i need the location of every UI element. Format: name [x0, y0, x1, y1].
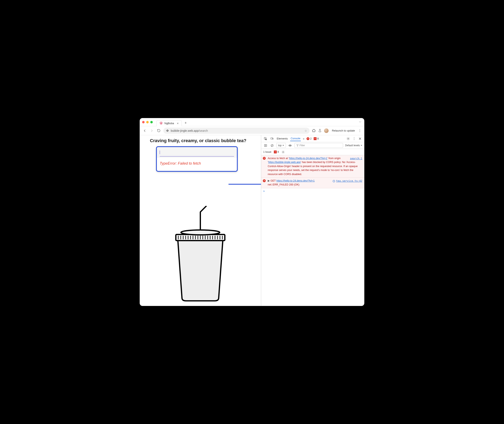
fetch-error-message: TypeError: Failed to fetch — [157, 158, 237, 171]
reload-button[interactable] — [156, 128, 161, 133]
console-sidebar-toggle-icon[interactable] — [263, 143, 268, 148]
message-source-link[interactable]: search:1 — [350, 156, 362, 160]
window-chevron-icon[interactable]: ﹀ — [359, 120, 361, 124]
tab-title: NgBoba — [164, 122, 174, 125]
toolbar: bubble-jingle.web.app/search ☆ Relaunch … — [140, 126, 364, 135]
message-body: Access to fetch at 'https://hello-io-24.… — [268, 156, 362, 176]
page-heading: Craving fruity, creamy, or classic bubbl… — [150, 138, 257, 143]
profile-avatar[interactable] — [324, 128, 329, 133]
console-prompt[interactable]: > — [261, 188, 364, 194]
relaunch-button[interactable]: Relaunch to update — [331, 129, 356, 132]
filter-icon — [296, 144, 299, 147]
network-link-icon[interactable] — [332, 179, 336, 183]
tab-elements[interactable]: Elements — [276, 136, 288, 141]
devtools-tabbar: Elements Console » ✕2 ✕8 ⋮ — [261, 135, 364, 142]
console-toolbar: top Filter Default levels — [261, 142, 364, 149]
forward-button[interactable] — [149, 128, 154, 133]
bubble-tea-cup-illustration — [170, 206, 231, 302]
svg-rect-0 — [166, 130, 167, 131]
close-tab-icon[interactable]: × — [177, 122, 179, 125]
message-source-link[interactable]: tea.service.ts:42 — [336, 179, 362, 183]
console-filter-input[interactable]: Filter — [294, 143, 343, 148]
window-titlebar: NgBoba × + ﹀ — [140, 118, 364, 126]
svg-rect-29 — [264, 144, 267, 146]
devtools-settings-icon[interactable] — [346, 137, 350, 141]
new-tab-button[interactable]: + — [185, 121, 187, 125]
svg-rect-26 — [271, 138, 272, 139]
back-button[interactable] — [143, 128, 147, 133]
svg-point-33 — [290, 145, 291, 146]
device-toolbar-icon[interactable] — [270, 137, 274, 141]
context-selector[interactable]: top — [276, 143, 286, 148]
address-bar[interactable]: bubble-jingle.web.app/search ☆ — [163, 128, 310, 134]
clear-console-icon[interactable] — [270, 143, 274, 148]
devtools-close-icon[interactable] — [358, 137, 362, 141]
svg-rect-2 — [167, 130, 168, 130]
input-underline — [160, 156, 234, 156]
live-expression-icon[interactable] — [288, 143, 292, 148]
webpage-area: Craving fruity, creamy, or classic bubbl… — [140, 135, 261, 306]
close-window-button[interactable] — [142, 121, 145, 123]
svg-line-32 — [271, 145, 273, 146]
search-card: TypeError: Failed to fetch — [156, 146, 238, 172]
svg-rect-3 — [167, 131, 168, 131]
error-icon: ✕ — [263, 157, 266, 160]
url-text: bubble-jingle.web.app/search — [171, 129, 208, 132]
svg-point-24 — [181, 230, 220, 235]
browser-tab[interactable]: NgBoba × — [156, 120, 182, 126]
labs-icon[interactable] — [318, 129, 322, 132]
devtools-menu-icon[interactable]: ⋮ — [353, 137, 356, 141]
issues-badge[interactable]: ✕8 — [274, 150, 279, 153]
console-error-network[interactable]: ✕ tea.service.ts:42 ▶ GET https://hello-… — [261, 178, 364, 188]
cors-url-1[interactable]: https://hello-io-24.deno.dev/?lvl=1 — [289, 157, 327, 160]
issue-count-badge[interactable]: ✕8 — [314, 137, 319, 140]
inspect-element-icon[interactable] — [263, 137, 268, 141]
maximize-window-button[interactable] — [150, 121, 153, 123]
failed-url[interactable]: https://hello-io-24.deno.dev/?lvl=1 — [276, 179, 315, 182]
annotation-arrow-icon — [228, 176, 261, 192]
text-caret — [160, 150, 160, 154]
search-input[interactable] — [157, 147, 237, 158]
browser-window: NgBoba × + ﹀ bubble-jingle.web.app/searc… — [140, 118, 364, 306]
tab-console[interactable]: Console — [290, 136, 301, 141]
content-split: Craving fruity, creamy, or classic bubbl… — [140, 135, 364, 306]
more-tabs-icon[interactable]: » — [303, 137, 305, 140]
svg-point-34 — [283, 151, 284, 152]
error-icon: ✕ — [263, 179, 266, 182]
filter-placeholder: Filter — [299, 144, 305, 147]
extensions-icon[interactable] — [312, 129, 316, 132]
issues-row: 1 Issue: ✕8 — [261, 149, 364, 155]
log-levels-selector[interactable]: Default levels — [345, 144, 362, 147]
console-error-cors[interactable]: ✕ search:1 Access to fetch at 'https://h… — [261, 155, 364, 178]
error-count-badge[interactable]: ✕2 — [306, 137, 312, 140]
issues-label: 1 Issue: — [263, 150, 272, 153]
svg-rect-1 — [168, 130, 169, 131]
devtools-panel: Elements Console » ✕2 ✕8 ⋮ top Filter De… — [261, 135, 364, 306]
svg-point-28 — [348, 138, 348, 139]
chrome-menu-icon[interactable]: ⋮ — [358, 129, 361, 132]
issues-settings-icon[interactable] — [281, 150, 286, 154]
minimize-window-button[interactable] — [146, 121, 149, 123]
cors-url-2[interactable]: https://bubble-jingle.web.app — [268, 161, 301, 164]
site-settings-icon[interactable] — [166, 129, 169, 132]
bookmark-icon[interactable]: ☆ — [305, 129, 307, 132]
angular-favicon-icon — [160, 122, 163, 125]
svg-rect-27 — [273, 138, 273, 139]
traffic-lights — [142, 121, 153, 123]
